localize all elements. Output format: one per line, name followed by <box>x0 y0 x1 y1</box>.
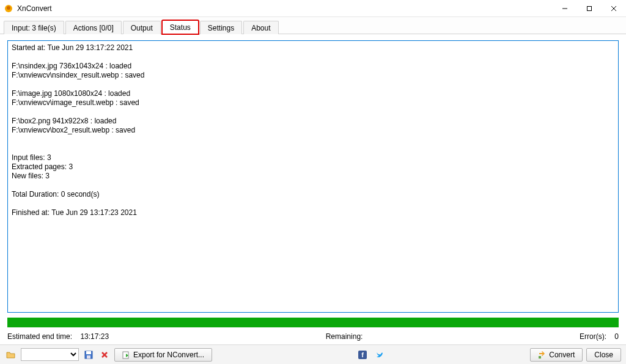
preset-select[interactable] <box>21 348 79 361</box>
facebook-icon: f <box>358 351 367 359</box>
progress-bar <box>7 318 619 327</box>
script-export-icon <box>122 351 131 359</box>
title-bar: XnConvert <box>0 0 626 17</box>
status-panel: Started at: Tue Jun 29 13:17:22 2021 F:\… <box>0 34 626 344</box>
tab-about[interactable]: About <box>243 21 278 34</box>
close-label: Close <box>594 351 613 359</box>
convert-button[interactable]: Convert <box>530 348 583 362</box>
svg-rect-3 <box>587 6 592 10</box>
svg-rect-8 <box>87 355 90 359</box>
tab-status[interactable]: Status <box>162 20 199 34</box>
errors-label: Error(s): <box>580 332 606 341</box>
open-preset-button[interactable] <box>5 349 17 361</box>
tab-settings[interactable]: Settings <box>200 21 242 34</box>
twitter-link[interactable] <box>374 349 386 361</box>
status-log[interactable]: Started at: Tue Jun 29 13:17:22 2021 F:\… <box>7 40 619 313</box>
tab-output[interactable]: Output <box>123 21 161 34</box>
convert-arrows-icon <box>538 351 547 359</box>
tab-actions[interactable]: Actions [0/0] <box>65 21 122 34</box>
close-button[interactable] <box>602 0 626 16</box>
svg-rect-14 <box>539 356 541 359</box>
errors-value: 0 <box>614 332 619 341</box>
estimated-end-label: Estimated end time: <box>7 332 72 341</box>
window-title: XnConvert <box>17 4 553 13</box>
maximize-button[interactable] <box>577 0 602 16</box>
delete-preset-button[interactable] <box>98 349 111 361</box>
remaining-label: Remaining: <box>326 332 363 341</box>
svg-point-1 <box>7 6 10 10</box>
minimize-button[interactable] <box>553 0 577 16</box>
facebook-link[interactable]: f <box>356 349 369 361</box>
export-nconvert-button[interactable]: Export for NConvert... <box>114 348 212 362</box>
window-controls <box>553 0 626 16</box>
bottom-toolbar: Export for NConvert... f Convert Close <box>0 344 626 364</box>
convert-label: Convert <box>549 351 575 359</box>
svg-rect-7 <box>86 351 91 354</box>
save-icon <box>84 351 93 359</box>
delete-icon <box>100 351 109 359</box>
svg-text:f: f <box>361 351 364 359</box>
tab-strip: Input: 3 file(s) Actions [0/0] Output St… <box>0 17 626 34</box>
save-preset-button[interactable] <box>83 349 95 361</box>
export-nconvert-label: Export for NConvert... <box>133 351 204 359</box>
twitter-icon <box>375 351 384 359</box>
status-row: Estimated end time: 13:17:23 Remaining: … <box>7 332 619 341</box>
estimated-end-value: 13:17:23 <box>80 332 109 341</box>
folder-open-icon <box>6 351 16 359</box>
close-app-button[interactable]: Close <box>586 348 621 362</box>
app-icon <box>4 4 13 13</box>
tab-input[interactable]: Input: 3 file(s) <box>4 21 64 34</box>
